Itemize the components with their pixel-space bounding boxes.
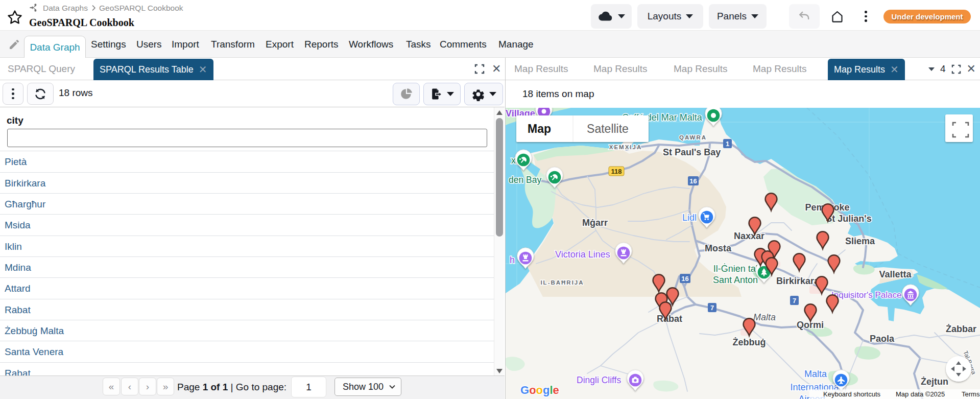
svg-text:Map: Map: [528, 122, 551, 135]
svg-text:IL-BAĦRIJA: IL-BAĦRIJA: [540, 279, 584, 286]
svg-text:Terms: Terms: [962, 390, 980, 398]
svg-text:Dingli Cliffs: Dingli Cliffs: [577, 375, 621, 385]
svg-text:Mġarr: Mġarr: [582, 218, 608, 228]
svg-text:Valletta: Valletta: [879, 269, 912, 279]
svg-text:Malta: Malta: [804, 369, 827, 379]
svg-text:Il-Ġnien ta': Il-Ġnien ta': [713, 263, 757, 274]
svg-text:den Bay: den Bay: [509, 175, 541, 185]
svg-text:Rabat: Rabat: [657, 314, 682, 324]
svg-text:Lidl: Lidl: [682, 213, 697, 223]
svg-text:St Julian's: St Julian's: [826, 214, 871, 224]
svg-text:Map data ©2025: Map data ©2025: [896, 390, 945, 398]
svg-text:7: 7: [710, 304, 714, 312]
svg-text:Mosta: Mosta: [705, 243, 732, 253]
svg-text:Victoria Lines: Victoria Lines: [555, 249, 610, 260]
svg-text:Malta: Malta: [753, 312, 776, 322]
svg-text:St Paul's Bay: St Paul's Bay: [663, 147, 721, 157]
svg-text:Keyboard shortcuts: Keyboard shortcuts: [823, 390, 881, 398]
svg-text:16: 16: [681, 275, 688, 283]
svg-text:Satellite: Satellite: [587, 122, 629, 135]
svg-text:Żejtun: Żejtun: [921, 377, 948, 387]
svg-text:h: h: [510, 255, 515, 265]
svg-text:1: 1: [726, 140, 729, 148]
svg-text:Sliema: Sliema: [845, 236, 875, 246]
svg-text:Żabbar: Żabbar: [946, 324, 976, 334]
svg-text:118: 118: [611, 168, 622, 175]
svg-text:Naxxar: Naxxar: [734, 231, 764, 241]
svg-text:Paola: Paola: [870, 334, 895, 344]
svg-text:7: 7: [793, 297, 796, 304]
svg-text:Google: Google: [520, 384, 559, 396]
svg-text:Inquisitor's Palace: Inquisitor's Palace: [831, 290, 901, 300]
svg-text:Birkirkara: Birkirkara: [776, 276, 820, 286]
svg-text:XEMXIJA: XEMXIJA: [609, 144, 642, 150]
svg-text:Sant Anton: Sant Anton: [713, 275, 758, 285]
svg-text:Żebbuġ: Żebbuġ: [733, 337, 766, 347]
svg-text:16: 16: [689, 177, 697, 185]
svg-text:QAWRA: QAWRA: [679, 134, 707, 140]
